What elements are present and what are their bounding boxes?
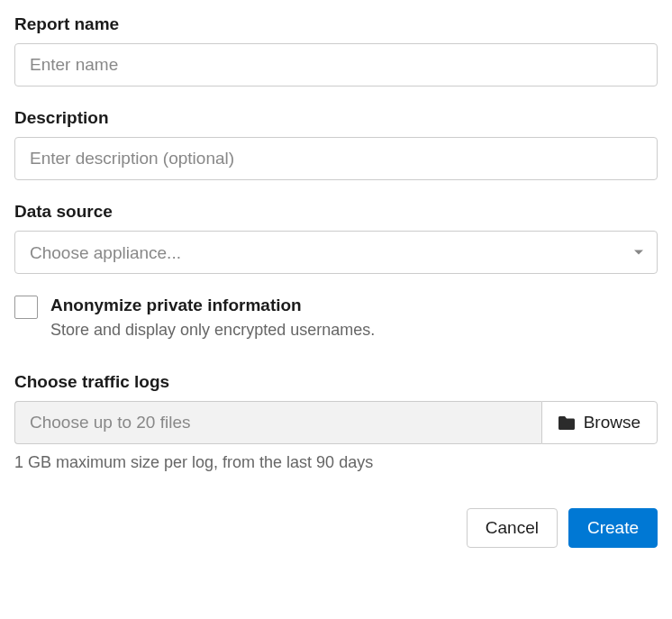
browse-button-label: Browse: [584, 413, 640, 432]
data-source-label: Data source: [14, 202, 658, 222]
create-button[interactable]: Create: [568, 508, 658, 548]
folder-icon: [558, 416, 575, 430]
description-input[interactable]: [14, 137, 658, 180]
anonymize-checkbox[interactable]: [14, 296, 38, 319]
anonymize-label: Anonymize private information: [50, 296, 375, 315]
traffic-logs-display: Choose up to 20 files: [14, 401, 541, 444]
anonymize-sublabel: Store and display only encrypted usernam…: [50, 321, 375, 340]
data-source-select[interactable]: Choose appliance...: [14, 231, 658, 274]
description-label: Description: [14, 108, 658, 128]
browse-button[interactable]: Browse: [541, 401, 658, 444]
traffic-logs-label: Choose traffic logs: [14, 372, 658, 392]
report-name-input[interactable]: [14, 43, 658, 86]
report-name-label: Report name: [14, 14, 658, 34]
traffic-logs-hint: 1 GB maximum size per log, from the last…: [14, 453, 658, 472]
cancel-button[interactable]: Cancel: [467, 508, 558, 548]
